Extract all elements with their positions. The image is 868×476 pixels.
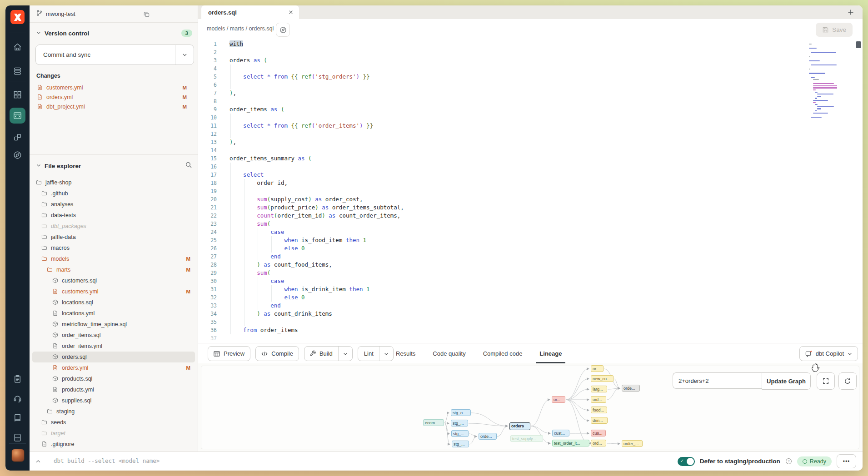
code-editor[interactable]: 1with23orders as (45 select * from {{ re… <box>198 40 863 343</box>
more-options-button[interactable]: ••• <box>837 454 856 468</box>
lineage-node-stg2[interactable]: stg_... <box>451 420 468 426</box>
nav-support-icon[interactable] <box>5 389 30 407</box>
tree-folder-marts[interactable]: martsM <box>32 264 195 275</box>
lineage-panel: ecom....stg_o...stg_...stg_...stg_...ord… <box>198 363 863 452</box>
collapse-panel-icon[interactable] <box>30 452 47 471</box>
nav-orchestrate-icon[interactable] <box>5 128 30 146</box>
version-control-header[interactable]: Version control 3 <box>36 27 192 39</box>
folder-icon <box>41 223 48 229</box>
editor-tab-orders-sql[interactable]: orders.sql <box>201 5 299 19</box>
refresh-icon[interactable] <box>838 372 857 390</box>
tree-file-supplies-sql[interactable]: supplies.sql <box>32 395 195 406</box>
lineage-node-ordg[interactable]: orde... <box>622 385 640 392</box>
tree-folder-jaffle-data[interactable]: jaffle-data <box>32 232 195 243</box>
commit-options-caret[interactable] <box>175 45 194 64</box>
copy-branch-icon[interactable] <box>141 9 151 19</box>
tree-file-customers-sql[interactable]: customers.sql <box>32 275 195 286</box>
lineage-node-ordy[interactable]: ord... <box>591 440 606 446</box>
nav-deploy-icon[interactable] <box>5 62 30 80</box>
editor-scrollbar[interactable] <box>856 41 861 48</box>
tab-results[interactable]: Results <box>394 344 417 363</box>
defer-toggle[interactable]: ✓ <box>678 457 695 466</box>
lineage-node-ordi[interactable]: orde... <box>479 433 497 440</box>
close-tab-icon[interactable] <box>288 10 294 15</box>
tree-file-orders-sql[interactable]: orders.sql <box>32 352 195 362</box>
nav-terminal-icon[interactable] <box>5 428 30 446</box>
tree-folder-target[interactable]: target <box>32 428 195 439</box>
tree-file-order-items-sql[interactable]: order_items.sql <box>32 330 195 341</box>
nav-apps-icon[interactable] <box>5 85 30 104</box>
changed-file[interactable]: customers.ymlM <box>30 83 198 92</box>
lineage-node-cusp[interactable]: cus... <box>591 430 606 436</box>
new-tab-icon[interactable] <box>846 8 855 17</box>
lineage-node-y2[interactable]: new_cu... <box>591 375 614 382</box>
changed-file[interactable]: orders.ymlM <box>30 92 198 102</box>
lineage-node-y3[interactable]: larg... <box>591 386 607 392</box>
folder-icon <box>41 419 48 426</box>
nav-home-icon[interactable] <box>5 38 30 56</box>
save-button[interactable]: Save <box>816 23 853 37</box>
tree-file--gitignore[interactable]: .gitignore <box>32 439 195 450</box>
tree-folder-macros[interactable]: macros <box>32 243 195 253</box>
user-avatar[interactable] <box>11 449 25 462</box>
nav-clipboard-icon[interactable] <box>5 370 30 388</box>
tree-file-customers-yml[interactable]: customers.ymlM <box>32 286 195 297</box>
yaml-file-icon <box>37 104 43 109</box>
tree-file-products-yml[interactable]: products.yml <box>32 384 195 395</box>
tab-compiled-code[interactable]: Compiled code <box>481 344 524 363</box>
compile-button[interactable]: Compile <box>255 346 299 361</box>
update-graph-button[interactable]: Update Graph <box>762 372 811 390</box>
tree-file-metricflow-time-spine-sql[interactable]: metricflow_time_spine.sql <box>32 319 195 330</box>
lint-options-caret[interactable] <box>379 347 393 361</box>
changed-file[interactable]: dbt_project.ymlM <box>30 102 198 111</box>
dbt-copilot-button[interactable]: dbt Copilot <box>799 346 858 361</box>
lineage-node-y6[interactable]: drin... <box>591 417 608 424</box>
lineage-node-ecom[interactable]: ecom.... <box>423 419 444 426</box>
tree-folder--github[interactable]: .github <box>32 188 195 199</box>
dbt-logo[interactable] <box>10 10 25 24</box>
lineage-node-orp[interactable]: or... <box>552 396 565 403</box>
lint-button[interactable]: Lint <box>358 346 394 361</box>
lineage-node-tord[interactable]: test_order_it... <box>552 440 589 446</box>
file-explorer-header[interactable]: File explorer <box>36 160 192 172</box>
lineage-node-y5[interactable]: food... <box>591 407 607 413</box>
tree-folder-data-tests[interactable]: data-tests <box>32 210 195 221</box>
floppy-save-icon <box>822 26 829 33</box>
nav-explore-icon[interactable] <box>5 146 30 164</box>
lineage-node-tsup[interactable]: test_supply... <box>510 435 543 442</box>
lineage-node-stg1[interactable]: stg_o... <box>451 409 471 416</box>
tree-folder-dbt-packages[interactable]: dbt_packages <box>32 221 195 232</box>
build-options-caret[interactable] <box>338 347 352 361</box>
status-badge[interactable]: Ready <box>797 456 832 466</box>
lineage-node-stg4[interactable]: stg_... <box>452 441 469 447</box>
lineage-node-y1[interactable]: or... <box>591 365 604 372</box>
tree-folder-jaffle-shop[interactable]: jaffle-shop <box>32 177 195 188</box>
lineage-selector-input[interactable] <box>673 372 762 389</box>
minimap[interactable] <box>809 44 837 120</box>
tab-lineage[interactable]: Lineage <box>538 344 564 363</box>
tree-folder-seeds[interactable]: seeds <box>32 417 195 428</box>
lineage-node-orders[interactable]: orders <box>509 422 530 430</box>
nav-develop-icon[interactable] <box>5 106 30 124</box>
command-input[interactable]: dbt build --select <model_name> <box>54 457 160 464</box>
tree-file-locations-yml[interactable]: locations.yml <box>32 308 195 319</box>
search-icon[interactable] <box>185 161 192 170</box>
build-button[interactable]: Build <box>304 346 353 361</box>
tree-folder-analyses[interactable]: analyses <box>32 199 195 210</box>
tree-file-products-sql[interactable]: products.sql <box>32 373 195 384</box>
tree-file-orders-yml[interactable]: orders.ymlM <box>32 362 195 373</box>
commit-and-sync-button[interactable]: Commit and sync <box>35 45 194 65</box>
help-icon[interactable]: ? <box>785 458 792 465</box>
lineage-node-ordy2[interactable]: order_... <box>622 440 643 447</box>
lineage-node-cust[interactable]: cust... <box>552 430 569 436</box>
tree-file-locations-sql[interactable]: locations.sql <box>32 297 195 308</box>
nav-docs-icon[interactable] <box>5 409 30 427</box>
compass-explore-icon[interactable] <box>276 23 290 37</box>
tree-file-order-items-yml[interactable]: order_items.yml <box>32 341 195 352</box>
tree-folder-staging[interactable]: staging <box>32 406 195 417</box>
tab-code-quality[interactable]: Code quality <box>431 344 467 363</box>
lineage-node-y4[interactable]: ord... <box>591 396 606 403</box>
tree-folder-models[interactable]: modelsM <box>32 253 195 264</box>
preview-button[interactable]: Preview <box>208 346 250 361</box>
lineage-node-stg3[interactable]: stg_... <box>451 430 469 437</box>
